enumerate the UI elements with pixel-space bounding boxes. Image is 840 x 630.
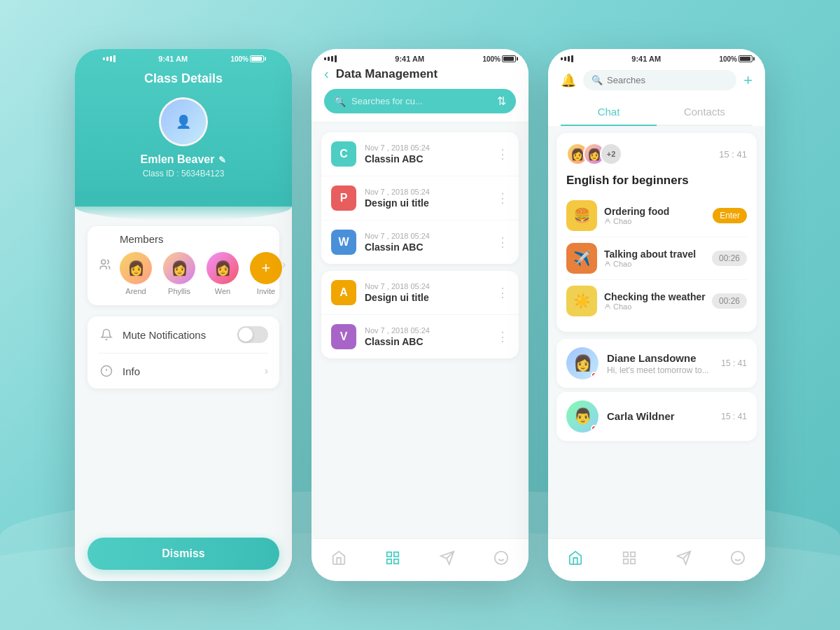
- file-info-1: Nov 7 , 2018 05:24 Classin ABC: [365, 144, 496, 164]
- info-icon: [99, 363, 114, 379]
- members-arrow: ›: [282, 258, 286, 271]
- nav-send[interactable]: [420, 546, 475, 570]
- mute-notifications-item[interactable]: Mute Notifications: [99, 316, 268, 354]
- search-icon: 🔍: [334, 96, 346, 107]
- svg-point-0: [102, 260, 106, 264]
- file-item-5[interactable]: V Nov 7 , 2018 05:24 Classin ABC ⋮: [321, 315, 519, 358]
- nav-send-3[interactable]: [657, 546, 711, 570]
- file-item-3[interactable]: W Nov 7 , 2018 05:24 Classin ABC ⋮: [321, 220, 519, 264]
- search-input[interactable]: [351, 96, 491, 106]
- user-name: Emlen Beaver ✎: [89, 153, 278, 166]
- signal-icon: [103, 55, 115, 62]
- settings-card: Mute Notifications Info ›: [88, 316, 279, 388]
- members-icon: [99, 257, 111, 272]
- svg-rect-4: [387, 552, 391, 556]
- svg-point-22: [732, 552, 744, 564]
- tab-contacts[interactable]: Contacts: [657, 99, 752, 125]
- battery-3: 100%: [719, 55, 752, 63]
- svg-rect-16: [624, 552, 628, 556]
- data-management-header: 9:41 AM 100% ‹ Data Management 🔍 ⇅: [312, 49, 528, 122]
- signal-icon-3: [561, 55, 573, 62]
- invite-button[interactable]: + Invite: [250, 252, 282, 295]
- phone-chat: 9:41 AM 100% 🔔 🔍 + Chat Contacts 👩: [548, 49, 765, 581]
- bottom-nav-3: [548, 538, 765, 581]
- nav-home-3[interactable]: [548, 546, 603, 570]
- group-chat-card[interactable]: 👩 👩 +2 15 : 41 English for beginners 🍔 O…: [556, 133, 757, 332]
- chat-search-input[interactable]: [607, 75, 728, 85]
- nav-files[interactable]: [366, 546, 421, 570]
- chat-header: 9:41 AM 100% 🔔 🔍 + Chat Contacts: [548, 49, 765, 126]
- file-card-2: A Nov 7 , 2018 05:24 Design ui title ⋮ V…: [321, 271, 519, 358]
- mute-toggle[interactable]: [237, 326, 268, 343]
- user-avatar: 👤: [159, 97, 208, 146]
- lesson-ordering-food[interactable]: 🍔 Ordering food Chao Enter: [566, 195, 747, 237]
- lesson-thumb-weather: ☀️: [566, 286, 597, 316]
- back-button[interactable]: ‹: [324, 66, 329, 82]
- lesson-info-1: Ordering food Chao: [604, 206, 713, 225]
- chat-tabs: Chat Contacts: [561, 99, 752, 126]
- enter-badge[interactable]: Enter: [713, 208, 747, 223]
- add-chat-button[interactable]: +: [743, 71, 752, 90]
- chat-info-carla: Carla Wildner: [607, 410, 721, 424]
- svg-rect-6: [387, 559, 391, 564]
- online-indicator-2: [591, 425, 598, 432]
- chat-search[interactable]: 🔍: [583, 70, 736, 90]
- class-details-body: Members 👩 Arend 👩 Phyllis 👩 Wen: [75, 206, 292, 581]
- status-time: 9:41 AM: [158, 55, 188, 63]
- mute-label: Mute Notifications: [122, 329, 237, 341]
- file-icon-word: W: [331, 230, 356, 255]
- notification-bell-icon[interactable]: 🔔: [561, 73, 576, 88]
- nav-emoji-3[interactable]: [711, 546, 766, 570]
- avatar-carla: 👨: [566, 400, 598, 433]
- nav-grid-3[interactable]: [603, 546, 657, 570]
- online-indicator: [591, 372, 598, 379]
- svg-rect-19: [631, 559, 635, 564]
- file-info-3: Nov 7 , 2018 05:24 Classin ABC: [365, 232, 496, 253]
- nav-home[interactable]: [312, 546, 366, 570]
- more-icon-2[interactable]: ⋮: [496, 190, 509, 206]
- file-icon-purple: V: [331, 324, 356, 349]
- bottom-nav-2: [312, 538, 528, 581]
- file-icon-design: P: [331, 186, 356, 211]
- time-badge-weather: 00:26: [712, 293, 747, 309]
- search-icon-3: 🔍: [592, 75, 603, 85]
- more-icon-3[interactable]: ⋮: [496, 234, 509, 250]
- chat-carla[interactable]: 👨 Carla Wildner 15 : 41: [556, 392, 757, 441]
- bell-icon: [99, 327, 114, 342]
- phone-data-management: 9:41 AM 100% ‹ Data Management 🔍 ⇅ C Nov…: [312, 49, 528, 581]
- status-bar-3: 9:41 AM 100%: [561, 49, 752, 66]
- member-arend: 👩 Arend: [120, 252, 152, 295]
- info-arrow: ›: [265, 365, 268, 377]
- avatar-diane: 👩: [566, 347, 598, 379]
- tab-chat[interactable]: Chat: [561, 99, 657, 126]
- battery-2: 100%: [482, 55, 516, 63]
- file-item-1[interactable]: C Nov 7 , 2018 05:24 Classin ABC ⋮: [321, 132, 519, 176]
- filter-icon[interactable]: ⇅: [497, 94, 506, 108]
- lesson-info-2: Talking about travel Chao: [604, 248, 712, 268]
- file-info-4: Nov 7 , 2018 05:24 Design ui title: [365, 282, 496, 303]
- members-card: Members 👩 Arend 👩 Phyllis 👩 Wen: [88, 226, 279, 305]
- edit-icon[interactable]: ✎: [218, 155, 226, 165]
- lesson-checking-weather[interactable]: ☀️ Checking the weather Chao 00:26: [566, 280, 747, 322]
- page-title-2: Data Management: [336, 67, 438, 81]
- search-bar[interactable]: 🔍 ⇅: [324, 89, 516, 113]
- chat-diane[interactable]: 👩 Diane Lansdowne Hi, let's meet tomorro…: [556, 339, 757, 388]
- members-row: 👩 Arend 👩 Phyllis 👩 Wen +: [120, 245, 282, 295]
- more-icon-4[interactable]: ⋮: [496, 285, 509, 300]
- nav-emoji[interactable]: [475, 546, 529, 570]
- more-icon-1[interactable]: ⋮: [496, 146, 509, 162]
- group-name: English for beginners: [566, 174, 747, 188]
- file-info-5: Nov 7 , 2018 05:24 Classin ABC: [365, 326, 496, 347]
- lesson-info-3: Checking the weather Chao: [604, 291, 712, 311]
- dismiss-button[interactable]: Dismiss: [88, 538, 279, 570]
- more-icon-5[interactable]: ⋮: [496, 329, 509, 344]
- svg-rect-17: [631, 552, 635, 556]
- members-menu-item[interactable]: Members 👩 Arend 👩 Phyllis 👩 Wen: [99, 226, 268, 305]
- lesson-talking-travel[interactable]: ✈️ Talking about travel Chao 00:26: [566, 237, 747, 280]
- info-item[interactable]: Info ›: [99, 354, 268, 388]
- file-item-2[interactable]: P Nov 7 , 2018 05:24 Design ui title ⋮: [321, 176, 519, 220]
- battery-indicator: 100%: [230, 55, 264, 63]
- member-wen: 👩 Wen: [206, 252, 239, 295]
- file-item-4[interactable]: A Nov 7 , 2018 05:24 Design ui title ⋮: [321, 271, 519, 315]
- chat-body: 👩 👩 +2 15 : 41 English for beginners 🍔 O…: [548, 126, 765, 538]
